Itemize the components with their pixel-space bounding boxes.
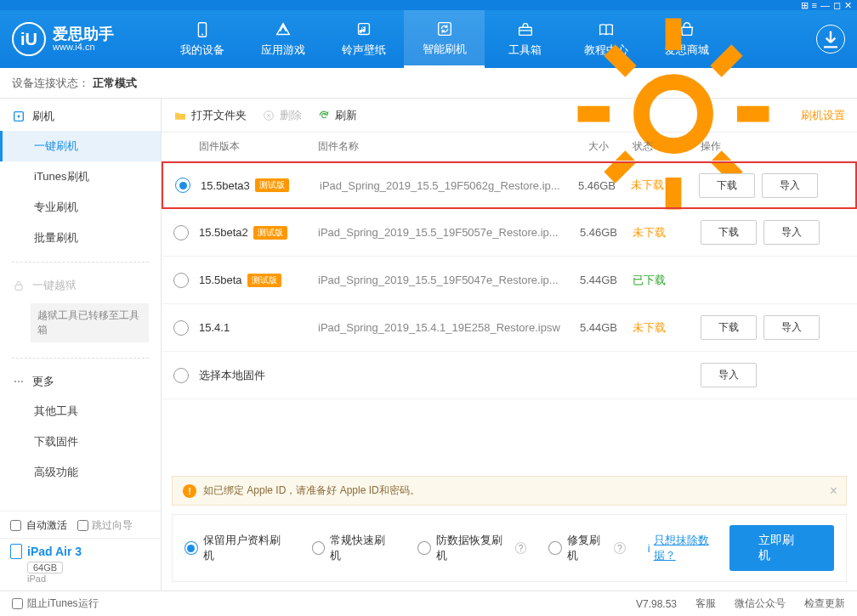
svg-point-7: [14, 381, 16, 382]
open-folder-button[interactable]: 打开文件夹: [173, 108, 247, 123]
opt-anti-recovery[interactable]: 防数据恢复刷机?: [417, 533, 527, 563]
help-icon[interactable]: ?: [614, 542, 626, 554]
close-icon[interactable]: ✕: [844, 0, 852, 11]
notice-close-icon[interactable]: ×: [830, 483, 837, 499]
opt-repair[interactable]: 修复刷机?: [548, 533, 625, 563]
beta-badge: 测试版: [255, 178, 289, 192]
flash-now-button[interactable]: 立即刷机: [729, 525, 834, 571]
sidebar-item-pro[interactable]: 专业刷机: [0, 192, 161, 223]
table-row[interactable]: 15.5beta3测试版iPad_Spring_2019_15.5_19F506…: [162, 161, 857, 209]
nav-ringtones[interactable]: 铃声壁纸: [323, 10, 404, 68]
row-size: 5.44GB: [565, 274, 633, 286]
lock-icon: [12, 279, 26, 292]
warning-icon: !: [183, 484, 196, 498]
row-version: 15.5beta3测试版: [201, 178, 320, 192]
main-panel: 打开文件夹 删除 刷新 刷机设置 固件版本 固件名称 大小 状态 操作 15.5…: [162, 99, 857, 591]
footer-update[interactable]: 检查更新: [804, 596, 845, 611]
col-ops: 操作: [701, 139, 845, 154]
row-radio[interactable]: [173, 225, 189, 240]
row-size: 5.44GB: [565, 321, 633, 334]
opt-quick[interactable]: 常规快速刷机: [312, 533, 395, 563]
import-button[interactable]: 导入: [701, 363, 757, 387]
flash-options: 保留用户资料刷机 常规快速刷机 防数据恢复刷机? 修复刷机? i 只想抹除数据？…: [172, 514, 847, 582]
row-ops: 下载导入: [699, 173, 843, 198]
sidebar-item-advanced[interactable]: 高级功能: [0, 457, 161, 488]
sidebar-item-itunes[interactable]: iTunes刷机: [0, 161, 161, 192]
sidebar-bottom: 自动激活 跳过向导 iPad Air 3 64GB iPad: [0, 511, 161, 591]
import-button[interactable]: 导入: [762, 173, 818, 198]
sidebar-item-oneclick[interactable]: 一键刷机: [0, 131, 161, 161]
logo-badge-icon: iU: [12, 22, 46, 56]
svg-point-1: [201, 34, 203, 36]
row-radio[interactable]: [173, 273, 189, 288]
sidebar-head-more[interactable]: 更多: [0, 367, 161, 396]
toolbox-icon: [516, 20, 535, 39]
tablet-icon: [10, 544, 22, 559]
info-icon[interactable]: i: [648, 542, 650, 555]
row-version: 15.5beta2测试版: [199, 226, 318, 240]
skip-guide-checkbox[interactable]: [77, 520, 88, 531]
more-icon: [12, 375, 26, 388]
phone-icon: [193, 20, 212, 39]
row-status: 未下载: [631, 178, 699, 193]
app-name: 爱思助手: [53, 26, 114, 42]
footer: 阻止iTunes运行 V7.98.53 客服 微信公众号 检查更新: [0, 591, 857, 616]
jailbreak-note: 越狱工具已转移至工具箱: [31, 303, 149, 342]
toolbar: 打开文件夹 删除 刷新 刷机设置: [162, 99, 857, 133]
block-itunes-checkbox[interactable]: [12, 598, 23, 609]
nav-my-device[interactable]: 我的设备: [162, 10, 242, 68]
import-button[interactable]: 导入: [763, 220, 820, 245]
auto-activate-label: 自动激活: [26, 518, 67, 533]
row-ops: 下载导入: [701, 220, 845, 245]
svg-point-9: [21, 381, 23, 382]
download-button[interactable]: 下载: [699, 173, 755, 198]
sidebar-head-jailbreak: 一键越狱: [0, 271, 161, 300]
sidebar-item-download[interactable]: 下载固件: [0, 427, 161, 457]
row-version: 15.5beta测试版: [199, 274, 318, 287]
table-row-local[interactable]: 选择本地固件导入: [162, 352, 857, 399]
skip-guide-label: 跳过向导: [92, 518, 133, 533]
refresh-button[interactable]: 刷新: [317, 108, 357, 123]
device-type: iPad: [27, 574, 150, 584]
nav-flash[interactable]: 智能刷机: [404, 10, 485, 68]
beta-badge: 测试版: [253, 226, 287, 240]
table-row[interactable]: 15.5beta2测试版iPad_Spring_2019_15.5_19F505…: [162, 209, 857, 257]
table-row[interactable]: 15.5beta测试版iPad_Spring_2019_15.5_19F5047…: [162, 257, 857, 304]
import-button[interactable]: 导入: [763, 315, 820, 340]
svg-point-8: [18, 381, 20, 382]
opt-keep-data[interactable]: 保留用户资料刷机: [184, 533, 290, 563]
row-radio[interactable]: [175, 178, 190, 193]
delete-icon: [262, 109, 275, 122]
block-itunes[interactable]: 阻止iTunes运行: [12, 596, 99, 611]
row-radio[interactable]: [173, 320, 189, 336]
nav-apps[interactable]: 应用游戏: [242, 10, 323, 68]
col-version: 固件版本: [199, 139, 318, 154]
auto-activate-checkbox[interactable]: [10, 520, 21, 531]
footer-wechat[interactable]: 微信公众号: [735, 596, 786, 611]
delete-button[interactable]: 删除: [262, 108, 302, 123]
sidebar-item-other[interactable]: 其他工具: [0, 396, 161, 427]
row-status: 未下载: [633, 225, 701, 240]
footer-service[interactable]: 客服: [695, 596, 716, 611]
erase-data-link[interactable]: 只想抹除数据？: [654, 533, 729, 563]
col-name: 固件名称: [318, 139, 565, 154]
sidebar-item-batch[interactable]: 批量刷机: [0, 223, 161, 253]
help-icon[interactable]: ?: [515, 542, 527, 554]
sidebar-head-flash[interactable]: 刷机: [0, 102, 161, 131]
footer-version: V7.98.53: [636, 598, 677, 610]
svg-rect-3: [438, 22, 451, 35]
download-button[interactable]: 下载: [701, 220, 757, 245]
table-row[interactable]: 15.4.1iPad_Spring_2019_15.4.1_19E258_Res…: [162, 304, 857, 352]
flash-icon: [12, 110, 26, 123]
appleid-notice: ! 如已绑定 Apple ID，请准备好 Apple ID和密码。 ×: [172, 476, 847, 506]
download-button[interactable]: 下载: [701, 315, 757, 340]
col-status: 状态: [633, 139, 701, 154]
row-radio[interactable]: [173, 368, 189, 383]
row-filename: iPad_Spring_2019_15.5_19F5047e_Restore.i…: [318, 274, 565, 286]
row-size: 5.46GB: [563, 179, 631, 192]
device-name[interactable]: iPad Air 3: [10, 544, 150, 559]
row-status: 未下载: [633, 320, 701, 336]
app-url: www.i4.cn: [53, 42, 114, 52]
notice-text: 如已绑定 Apple ID，请准备好 Apple ID和密码。: [203, 483, 420, 498]
music-icon: [355, 20, 373, 39]
